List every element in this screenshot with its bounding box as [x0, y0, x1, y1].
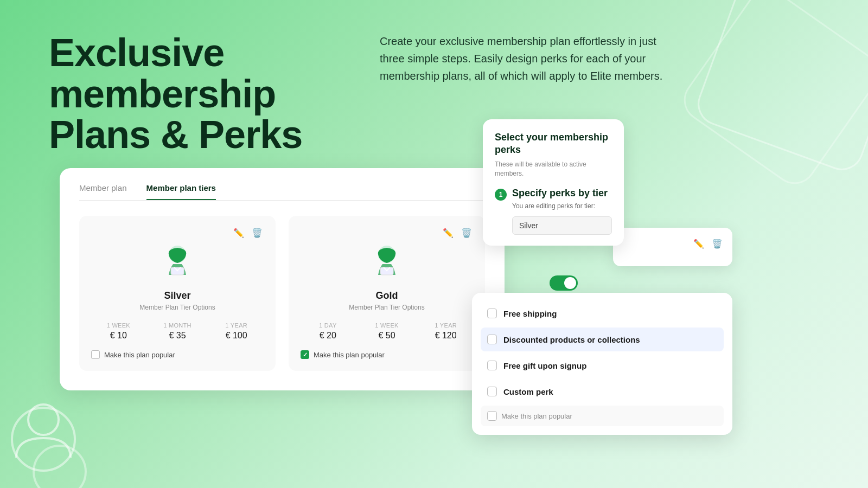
- gold-price-0: € 20: [301, 331, 355, 341]
- silver-icon-wrap: [91, 243, 264, 282]
- perks-popular-checkbox[interactable]: [487, 411, 497, 421]
- silver-period-0: 1 WEEK: [91, 322, 146, 329]
- hero-desc-text: Create your exclusive membership plan ef…: [380, 33, 684, 85]
- silver-tier-name: Silver: [91, 290, 264, 301]
- main-card: Member plan Member plan tiers ✏️ 🗑️ Silv…: [60, 168, 505, 390]
- green-toggle[interactable]: [550, 275, 578, 291]
- silver-popular-row: Make this plan popular: [91, 350, 264, 359]
- gold-pricing-grid: 1 DAY 1 WEEK 1 YEAR € 20 € 50 € 120: [301, 322, 473, 341]
- gold-price-1: € 50: [360, 331, 414, 341]
- perks-select-title: Select your membership perks: [495, 131, 612, 157]
- gold-price-2: € 120: [418, 331, 473, 341]
- gold-tier-subtitle: Member Plan Tier Options: [301, 304, 473, 311]
- perks-select-subtitle: These will be available to active member…: [495, 160, 612, 178]
- silver-popular-checkbox[interactable]: [91, 350, 100, 359]
- silver-pricing-grid: 1 WEEK 1 MONTH 1 YEAR € 10 € 35 € 100: [91, 322, 264, 341]
- hero-section: Exclusive membership Plans & Perks: [49, 33, 331, 156]
- gold-tier-name: Gold: [301, 290, 473, 301]
- silver-price-0: € 10: [91, 331, 146, 341]
- tier-card-gold: ✏️ 🗑️ Gold Member Plan Tier Options 1 DA…: [289, 216, 485, 371]
- free-gift-label: Free gift upon signup: [503, 361, 586, 370]
- perk-option-free-shipping[interactable]: Free shipping: [481, 301, 724, 325]
- custom-perk-checkbox[interactable]: [487, 387, 497, 396]
- free-shipping-checkbox[interactable]: [487, 309, 497, 318]
- perks-popular-row[interactable]: Make this plan popular: [481, 406, 724, 426]
- svg-point-0: [28, 404, 59, 435]
- gold-tier-icon: [367, 243, 406, 282]
- silver-delete-button[interactable]: 🗑️: [251, 227, 264, 239]
- custom-perk-label: Custom perk: [503, 387, 553, 396]
- perk-option-discounted[interactable]: Discounted products or collections: [481, 328, 724, 351]
- hero-description: Create your exclusive membership plan ef…: [380, 33, 684, 85]
- tier-cards-container: ✏️ 🗑️ Silver Member Plan Tier Options 1 …: [79, 216, 485, 371]
- gold-popular-checkbox[interactable]: [301, 350, 309, 359]
- third-edit-button[interactable]: ✏️: [692, 237, 705, 250]
- perk-option-custom[interactable]: Custom perk: [481, 380, 724, 403]
- perk-tier-input-display: Silver: [512, 216, 612, 235]
- silver-period-2: 1 YEAR: [209, 322, 264, 329]
- toggle-knob: [564, 277, 576, 289]
- free-gift-checkbox[interactable]: [487, 361, 497, 370]
- gold-icon-wrap: [301, 243, 473, 282]
- person-icon: [14, 399, 73, 461]
- discounted-checkbox[interactable]: [487, 335, 497, 344]
- gold-period-0: 1 DAY: [301, 322, 355, 329]
- perks-popular-label: Make this plan popular: [501, 412, 572, 420]
- hero-title: Exclusive membership Plans & Perks: [49, 33, 331, 156]
- gold-popular-label: Make this plan popular: [314, 351, 385, 359]
- perk-step-content: Specify perks by tier You are editing pe…: [512, 188, 612, 234]
- silver-popular-label: Make this plan popular: [104, 351, 175, 359]
- discounted-label: Discounted products or collections: [503, 335, 640, 344]
- perk-option-free-gift[interactable]: Free gift upon signup: [481, 354, 724, 377]
- gold-card-actions: ✏️ 🗑️: [301, 227, 473, 239]
- third-delete-button[interactable]: 🗑️: [711, 237, 724, 250]
- perks-options-card: Free shipping Discounted products or col…: [472, 293, 732, 435]
- perk-step-1: 1 Specify perks by tier You are editing …: [495, 188, 612, 234]
- tab-member-plan[interactable]: Member plan: [79, 183, 127, 200]
- silver-edit-button[interactable]: ✏️: [232, 227, 245, 239]
- gold-period-2: 1 YEAR: [418, 322, 473, 329]
- silver-price-1: € 35: [150, 331, 205, 341]
- silver-tier-icon: [158, 243, 197, 282]
- third-tier-card: ✏️ 🗑️: [613, 228, 732, 266]
- tab-member-plan-tiers[interactable]: Member plan tiers: [146, 183, 216, 200]
- perk-step-desc: You are editing perks for tier:: [512, 202, 612, 211]
- gold-period-1: 1 WEEK: [360, 322, 414, 329]
- silver-period-1: 1 MONTH: [150, 322, 205, 329]
- silver-tier-subtitle: Member Plan Tier Options: [91, 304, 264, 311]
- silver-price-2: € 100: [209, 331, 264, 341]
- gold-edit-button[interactable]: ✏️: [442, 227, 455, 239]
- perk-step-title: Specify perks by tier: [512, 188, 612, 200]
- third-card-actions: ✏️ 🗑️: [622, 237, 724, 250]
- free-shipping-label: Free shipping: [503, 309, 557, 318]
- tabs-container: Member plan Member plan tiers: [79, 183, 485, 201]
- perk-step-number: 1: [495, 189, 507, 201]
- silver-card-actions: ✏️ 🗑️: [91, 227, 264, 239]
- gold-delete-button[interactable]: 🗑️: [460, 227, 473, 239]
- tier-card-silver: ✏️ 🗑️ Silver Member Plan Tier Options 1 …: [79, 216, 276, 371]
- perks-select-card: Select your membership perks These will …: [483, 119, 624, 246]
- gold-popular-row: Make this plan popular: [301, 350, 473, 359]
